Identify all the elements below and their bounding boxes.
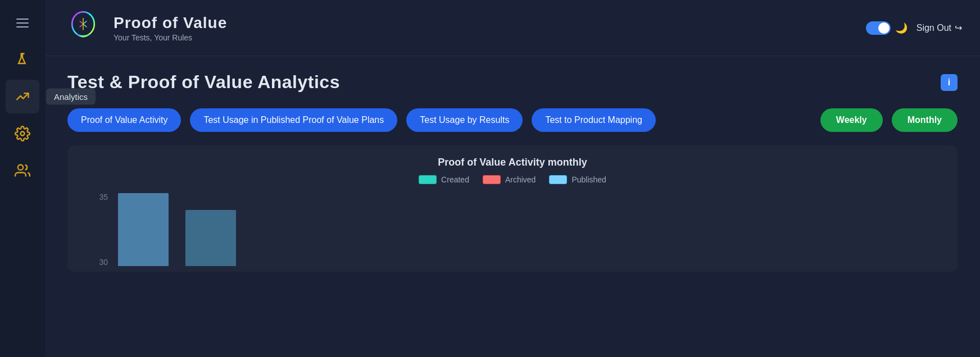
moon-icon: 🌙 bbox=[895, 22, 908, 34]
svg-line-8 bbox=[83, 21, 87, 24]
sign-out-label: Sign Out bbox=[917, 23, 951, 33]
chart-container: Proof of Value Activity monthly Created … bbox=[67, 145, 958, 272]
svg-line-7 bbox=[80, 21, 83, 24]
monthly-button[interactable]: Monthly bbox=[892, 108, 958, 132]
chart-title: Proof of Value Activity monthly bbox=[84, 157, 941, 168]
tab-test-usage-results[interactable]: Test Usage by Results bbox=[406, 108, 523, 132]
info-icon-label: i bbox=[948, 77, 950, 88]
legend-created: Created bbox=[419, 175, 469, 184]
logo-text: Proof of Value Your Tests, Your Rules bbox=[114, 14, 227, 42]
svg-line-10 bbox=[83, 24, 87, 26]
tab-pov-activity[interactable]: Proof of Value Activity bbox=[67, 108, 181, 132]
chart-legend: Created Archived Published bbox=[84, 175, 941, 184]
sidebar-item-tests[interactable] bbox=[6, 43, 39, 76]
page-title: Test & Proof of Value Analytics bbox=[67, 72, 340, 93]
info-icon-button[interactable]: i bbox=[941, 74, 958, 91]
bar-group-2 bbox=[185, 210, 236, 266]
dark-mode-toggle[interactable] bbox=[866, 21, 891, 35]
legend-created-label: Created bbox=[441, 175, 469, 184]
tab-test-usage-published[interactable]: Test Usage in Published Proof of Value P… bbox=[190, 108, 397, 132]
y-label-35: 35 bbox=[99, 193, 108, 201]
y-label-30: 30 bbox=[99, 258, 108, 266]
legend-created-color bbox=[419, 175, 437, 184]
beaker-icon bbox=[15, 52, 30, 67]
settings-icon bbox=[15, 126, 30, 141]
app-tagline: Your Tests, Your Rules bbox=[114, 33, 227, 42]
legend-archived: Archived bbox=[483, 175, 536, 184]
chart-icon bbox=[15, 89, 30, 104]
page-header: Test & Proof of Value Analytics i bbox=[67, 72, 958, 93]
header-actions: 🌙 Sign Out ↪ bbox=[866, 21, 962, 35]
logo-bulb-icon bbox=[63, 8, 103, 48]
y-axis: 35 30 bbox=[84, 193, 112, 266]
menu-icon bbox=[16, 19, 29, 28]
header: Proof of Value Your Tests, Your Rules 🌙 … bbox=[45, 0, 980, 56]
sidebar-item-analytics[interactable]: Analytics bbox=[6, 80, 39, 113]
main-content: Proof of Value Your Tests, Your Rules 🌙 … bbox=[45, 0, 980, 357]
sidebar-item-users[interactable] bbox=[6, 154, 39, 187]
hamburger-menu[interactable] bbox=[6, 9, 39, 37]
sidebar: Analytics bbox=[0, 0, 45, 357]
app-name: Proof of Value bbox=[114, 14, 227, 32]
bar-group-1 bbox=[118, 193, 169, 266]
bars-row bbox=[112, 193, 941, 266]
legend-published-label: Published bbox=[571, 175, 606, 184]
legend-archived-color bbox=[483, 175, 501, 184]
sign-out-arrow-icon: ↪ bbox=[955, 22, 962, 33]
page-area: Test & Proof of Value Analytics i Proof … bbox=[45, 56, 980, 357]
toggle-knob bbox=[878, 22, 890, 34]
legend-published-color bbox=[549, 175, 567, 184]
svg-point-0 bbox=[21, 132, 25, 136]
chart-bars-area: 35 30 bbox=[84, 193, 941, 266]
theme-toggle-container: 🌙 bbox=[866, 21, 908, 35]
bar-published-1 bbox=[118, 193, 169, 266]
weekly-button[interactable]: Weekly bbox=[820, 108, 883, 132]
bar-published-2 bbox=[185, 210, 236, 266]
tab-buttons-container: Proof of Value Activity Test Usage in Pu… bbox=[67, 108, 958, 132]
legend-archived-label: Archived bbox=[505, 175, 536, 184]
tab-test-product-mapping[interactable]: Test to Product Mapping bbox=[532, 108, 656, 132]
sidebar-item-settings[interactable] bbox=[6, 117, 39, 150]
users-icon bbox=[15, 163, 30, 178]
svg-point-1 bbox=[18, 165, 23, 170]
svg-line-9 bbox=[80, 24, 83, 26]
sign-out-button[interactable]: Sign Out ↪ bbox=[917, 22, 962, 33]
logo-area: Proof of Value Your Tests, Your Rules bbox=[63, 8, 227, 48]
legend-published: Published bbox=[549, 175, 606, 184]
